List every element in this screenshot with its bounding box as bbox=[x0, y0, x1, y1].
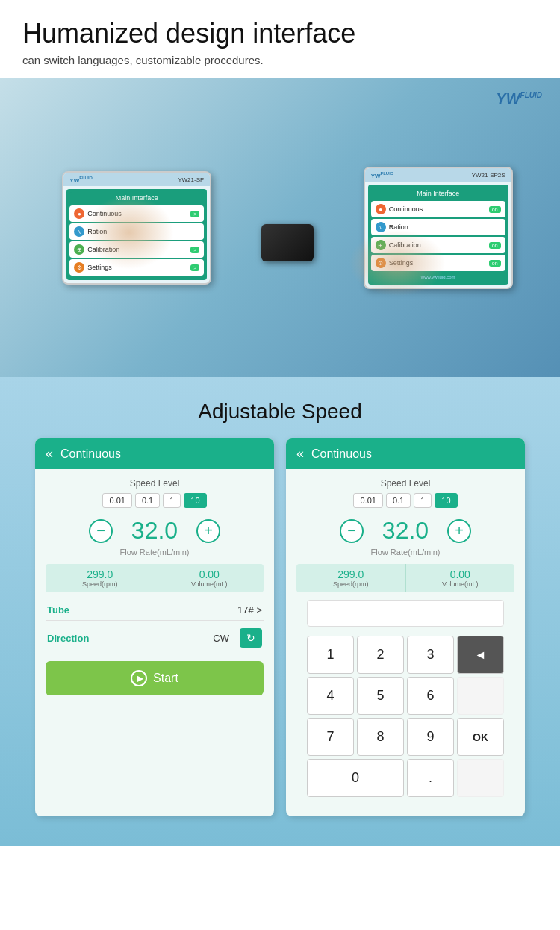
left-panel-body: Speed Level 0.01 0.1 1 10 − 32.0 + Flow … bbox=[35, 469, 274, 704]
right-numpad-panel: « Continuous Speed Level 0.01 0.1 1 10 −… bbox=[286, 438, 525, 816]
num-6[interactable]: 6 bbox=[407, 677, 454, 715]
r-speed-rpm-label: Speed(rpm) bbox=[304, 580, 398, 588]
right-panel-body: Speed Level 0.01 0.1 1 10 − 32.0 + Flow … bbox=[286, 469, 525, 816]
left-panel-header: « Continuous bbox=[35, 438, 274, 469]
calibration-icon: ⊕ bbox=[74, 244, 84, 255]
watermark: fr.ywfluid.com bbox=[0, 903, 560, 923]
device-left: YWFLUID YW21-SP Main Interface ● Continu… bbox=[47, 171, 211, 285]
r-speed-btn-1[interactable]: 1 bbox=[414, 493, 432, 508]
continuous-badge: > bbox=[190, 211, 199, 217]
num-9[interactable]: 9 bbox=[407, 718, 454, 756]
backspace-btn[interactable]: ◄ bbox=[457, 636, 504, 674]
right-menu-ration[interactable]: ∿ Ration bbox=[371, 219, 505, 235]
numpad-input-field[interactable] bbox=[307, 600, 504, 627]
start-button[interactable]: ▶ Start bbox=[46, 661, 264, 695]
left-menu-settings[interactable]: ⚙ Settings > bbox=[69, 259, 204, 276]
numpad-grid: 1 2 3 ◄ 4 5 6 7 8 9 OK 0 . bbox=[296, 631, 514, 807]
num-2[interactable]: 2 bbox=[357, 636, 404, 674]
plus-button-left[interactable]: + bbox=[196, 519, 220, 543]
num-1[interactable]: 1 bbox=[307, 636, 354, 674]
speed-rpm-value: 299.0 bbox=[53, 568, 147, 580]
adjustable-speed-title: Adjustable Speed bbox=[15, 400, 545, 424]
continuous-label: Continuous bbox=[87, 210, 122, 217]
num-4[interactable]: 4 bbox=[307, 677, 354, 715]
volume-value: 0.00 bbox=[163, 568, 257, 580]
num-5[interactable]: 5 bbox=[357, 677, 404, 715]
ok-button[interactable]: OK bbox=[457, 718, 504, 756]
tube-value[interactable]: 17# > bbox=[237, 604, 262, 616]
minus-button-right[interactable]: − bbox=[340, 519, 364, 543]
back-arrow-left[interactable]: « bbox=[46, 446, 53, 462]
tube-label: Tube bbox=[47, 604, 69, 616]
foot-pedal bbox=[261, 224, 314, 261]
r-calibration-icon: ⊕ bbox=[376, 240, 386, 250]
speed-rpm-label: Speed(rpm) bbox=[53, 580, 147, 588]
num-0[interactable]: 0 bbox=[307, 759, 404, 797]
left-device-brand: YWFLUID bbox=[69, 176, 93, 184]
r-continuous-label: Continuous bbox=[389, 205, 423, 213]
r-speed-btn-10[interactable]: 10 bbox=[435, 493, 457, 508]
r-speed-rpm-cell: 299.0 Speed(rpm) bbox=[296, 564, 406, 592]
top-section: Humanized design interface can switch la… bbox=[0, 0, 560, 78]
volume-label: Volume(mL) bbox=[163, 580, 257, 588]
speed-btn-1[interactable]: 1 bbox=[163, 493, 181, 508]
r-settings-label: Settings bbox=[389, 259, 414, 267]
stats-row-left: 299.0 Speed(rpm) 0.00 Volume(mL) bbox=[46, 564, 264, 592]
right-device-brand: YWFLUID bbox=[371, 171, 394, 179]
left-menu-calibration[interactable]: ⊕ Calibration > bbox=[69, 241, 204, 258]
num-8[interactable]: 8 bbox=[357, 718, 404, 756]
left-panel-title: Continuous bbox=[60, 447, 121, 461]
r-speed-rpm-value: 299.0 bbox=[304, 568, 398, 580]
settings-badge: > bbox=[190, 264, 199, 271]
r-speed-btn-001[interactable]: 0.01 bbox=[353, 493, 382, 508]
left-control-panel: « Continuous Speed Level 0.01 0.1 1 10 −… bbox=[35, 438, 274, 816]
num-3[interactable]: 3 bbox=[407, 636, 454, 674]
back-arrow-right[interactable]: « bbox=[296, 446, 304, 462]
page-title: Humanized design interface bbox=[22, 18, 538, 49]
minus-button-left[interactable]: − bbox=[89, 519, 113, 543]
continuous-icon: ● bbox=[74, 208, 84, 219]
stats-row-right: 299.0 Speed(rpm) 0.00 Volume(mL) bbox=[296, 564, 514, 592]
start-label: Start bbox=[153, 672, 178, 685]
r-continuous-icon: ● bbox=[376, 204, 386, 214]
bottom-section: Adjustable Speed « Continuous Speed Leve… bbox=[0, 377, 560, 846]
speed-level-label-left: Speed Level bbox=[46, 478, 264, 489]
num-dot[interactable]: . bbox=[407, 759, 454, 797]
right-menu-settings[interactable]: ⚙ Settings on bbox=[371, 255, 505, 271]
flow-value-left: 32.0 bbox=[125, 517, 184, 545]
ration-label: Ration bbox=[87, 228, 107, 235]
r-speed-btn-01[interactable]: 0.1 bbox=[386, 493, 411, 508]
plus-button-right[interactable]: + bbox=[447, 519, 471, 543]
r-settings-badge: on bbox=[489, 260, 501, 267]
left-menu-continuous[interactable]: ● Continuous > bbox=[69, 205, 204, 222]
photo-banner: YWFLUID YWFLUID YW21-SP Main Interface ●… bbox=[0, 78, 560, 377]
flow-rate-unit-left: Flow Rate(mL/min) bbox=[46, 548, 264, 557]
calibration-badge: > bbox=[190, 247, 199, 253]
r-ration-label: Ration bbox=[389, 223, 408, 231]
speed-buttons-right: 0.01 0.1 1 10 bbox=[296, 493, 514, 508]
settings-label-left: Settings bbox=[87, 264, 112, 271]
r-volume-cell: 0.00 Volume(mL) bbox=[406, 564, 515, 592]
right-screen-title: Main Interface bbox=[371, 187, 505, 199]
settings-icon-left: ⚙ bbox=[74, 262, 84, 273]
speed-btn-001[interactable]: 0.01 bbox=[102, 493, 131, 508]
num-7[interactable]: 7 bbox=[307, 718, 354, 756]
direction-toggle-button[interactable]: ↻ bbox=[240, 628, 262, 648]
r-continuous-badge: on bbox=[489, 206, 501, 213]
speed-btn-01[interactable]: 0.1 bbox=[135, 493, 160, 508]
volume-cell: 0.00 Volume(mL) bbox=[155, 564, 264, 592]
right-panel-title: Continuous bbox=[311, 447, 372, 461]
speed-level-label-right: Speed Level bbox=[296, 478, 514, 489]
right-menu-calibration[interactable]: ⊕ Calibration on bbox=[371, 237, 505, 253]
r-calibration-badge: on bbox=[489, 242, 501, 249]
right-menu-continuous[interactable]: ● Continuous on bbox=[371, 201, 505, 217]
right-panel-header: « Continuous bbox=[286, 438, 525, 469]
flow-rate-row-right: − 32.0 + bbox=[296, 517, 514, 545]
speed-btn-10[interactable]: 10 bbox=[184, 493, 206, 508]
left-menu-ration[interactable]: ∿ Ration bbox=[69, 223, 204, 240]
calibration-label: Calibration bbox=[87, 246, 119, 253]
tube-row: Tube 17# > bbox=[46, 600, 264, 621]
r-settings-icon: ⚙ bbox=[376, 258, 386, 268]
num-space-1 bbox=[457, 677, 504, 715]
r-volume-value: 0.00 bbox=[414, 568, 508, 580]
